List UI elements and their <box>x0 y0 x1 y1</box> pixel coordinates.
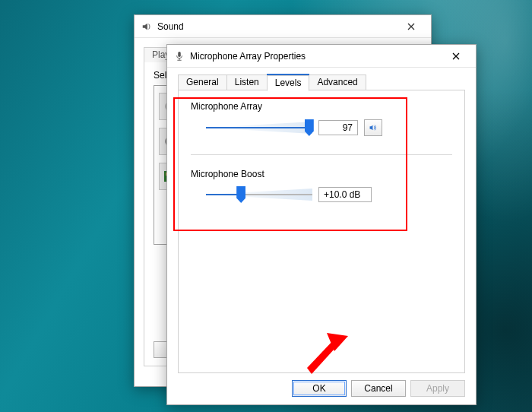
divider <box>191 154 452 155</box>
tab-advanced[interactable]: Advanced <box>309 74 366 90</box>
mic-properties-window: Microphone Array Properties General List… <box>166 44 477 405</box>
mic-boost-slider[interactable] <box>206 187 312 202</box>
levels-sheet: Microphone Array <box>178 90 465 373</box>
prop-close-button[interactable] <box>441 46 471 67</box>
prop-tabs: General Listen Levels Advanced <box>178 74 465 90</box>
speaker-icon <box>141 21 153 33</box>
sound-titlebar[interactable]: Sound <box>135 15 431 38</box>
apply-button: Apply <box>410 380 465 397</box>
tab-levels[interactable]: Levels <box>267 75 310 91</box>
mic-array-label: Microphone Array <box>191 101 452 112</box>
tab-listen[interactable]: Listen <box>226 74 268 90</box>
mic-array-value[interactable] <box>318 120 358 135</box>
mute-button[interactable] <box>364 119 382 136</box>
tab-general[interactable]: General <box>178 74 227 90</box>
ok-button[interactable]: OK <box>292 380 347 397</box>
mic-array-slider[interactable] <box>206 120 312 135</box>
microphone-icon <box>173 50 185 62</box>
mic-array-group: Microphone Array <box>191 101 452 136</box>
cancel-button[interactable]: Cancel <box>351 380 406 397</box>
dialog-buttons: OK Cancel Apply <box>292 380 465 397</box>
slider-thumb[interactable] <box>236 186 245 203</box>
speaker-icon <box>369 122 377 133</box>
svg-rect-8 <box>178 51 181 56</box>
mic-boost-group: Microphone Boost <box>191 169 452 202</box>
mic-boost-value[interactable] <box>318 187 372 202</box>
prop-titlebar[interactable]: Microphone Array Properties <box>167 45 476 68</box>
prop-title: Microphone Array Properties <box>190 51 441 62</box>
sound-close-button[interactable] <box>396 16 426 37</box>
mic-boost-label: Microphone Boost <box>191 169 452 179</box>
sound-title: Sound <box>157 21 396 32</box>
